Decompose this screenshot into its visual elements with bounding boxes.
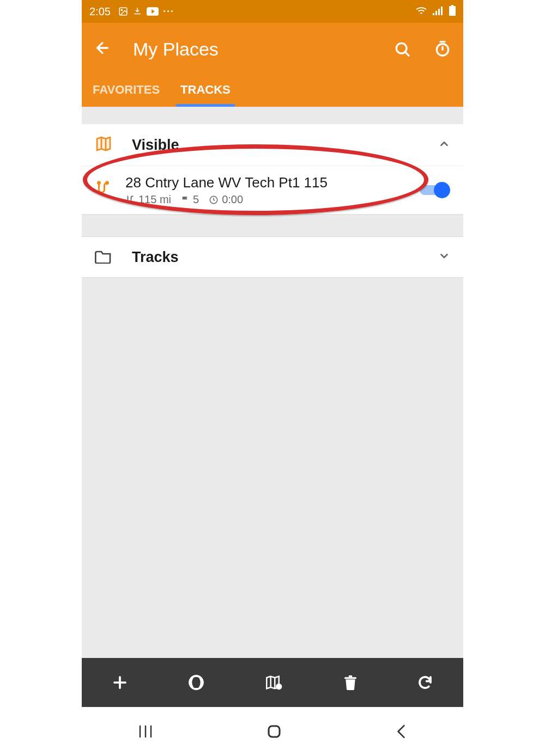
content-area: Visible 28 Cntry Lane WV Tech Pt1 115 11… [82, 108, 463, 658]
svg-rect-19 [269, 726, 280, 737]
bottom-action-bar [82, 658, 463, 707]
svg-rect-18 [348, 675, 352, 677]
page-title: My Places [133, 39, 372, 60]
add-button[interactable] [112, 674, 128, 691]
map-icon [95, 135, 112, 155]
android-recents-button[interactable] [138, 725, 153, 738]
group-title-visible: Visible [132, 137, 419, 154]
android-status-bar: 2:05 ··· [82, 0, 463, 23]
svg-rect-8 [449, 6, 456, 16]
route-icon [95, 181, 111, 199]
svg-point-1 [121, 9, 122, 10]
more-icon: ··· [163, 6, 174, 17]
youtube-icon [147, 7, 159, 16]
android-home-button[interactable] [266, 723, 282, 740]
svg-rect-17 [344, 677, 356, 679]
folder-tracks[interactable]: Tracks [82, 236, 463, 278]
signal-icon [433, 5, 444, 18]
folder-icon [95, 248, 112, 266]
tab-favorites[interactable]: FAVORITES [93, 75, 160, 107]
svg-rect-7 [441, 7, 443, 15]
show-on-map-button[interactable] [265, 674, 283, 691]
svg-rect-6 [438, 9, 440, 15]
chevron-up-icon [438, 138, 450, 152]
status-time: 2:05 [89, 5, 111, 18]
track-duration: 0:00 [209, 193, 243, 206]
search-button[interactable] [393, 40, 411, 58]
svg-rect-2 [134, 14, 141, 15]
android-back-button[interactable] [395, 724, 407, 739]
wifi-icon [415, 5, 427, 18]
svg-rect-4 [433, 13, 434, 15]
delete-button[interactable] [343, 674, 358, 691]
back-button[interactable] [94, 39, 111, 59]
svg-point-16 [276, 684, 281, 689]
tab-tracks[interactable]: TRACKS [180, 75, 231, 107]
track-title: 28 Cntry Lane WV Tech Pt1 115 [125, 174, 405, 191]
download-icon [132, 7, 142, 16]
track-distance: 115 mi [125, 193, 171, 206]
refresh-button[interactable] [417, 674, 433, 691]
group-header-visible[interactable]: Visible [82, 124, 463, 166]
track-visibility-toggle[interactable] [420, 182, 450, 198]
battery-icon [449, 5, 456, 19]
chevron-down-icon [438, 250, 450, 264]
app-bar: My Places FAVORITES TRACKS [82, 23, 463, 107]
appearance-button[interactable] [187, 674, 205, 691]
track-waypoints: 5 [181, 193, 199, 206]
timer-button[interactable] [434, 40, 451, 58]
track-row[interactable]: 28 Cntry Lane WV Tech Pt1 115 115 mi 5 [82, 166, 463, 215]
folder-title-tracks: Tracks [132, 249, 419, 266]
svg-point-13 [106, 182, 108, 184]
image-icon [118, 7, 128, 16]
svg-rect-9 [451, 5, 453, 6]
svg-point-12 [98, 182, 100, 184]
android-nav-bar [82, 707, 463, 756]
svg-rect-5 [435, 11, 437, 15]
